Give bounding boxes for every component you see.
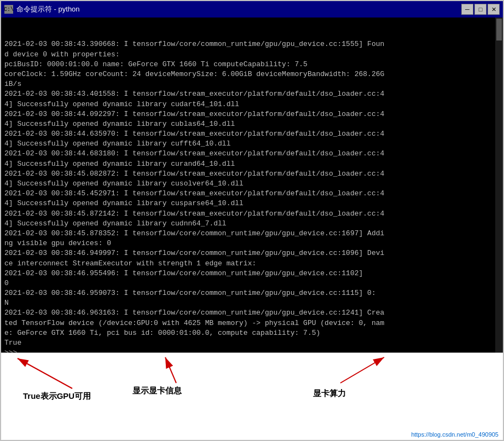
console-line: 2021-02-03 00:38:45.878352: I tensorflow… [4, 229, 500, 239]
console-line: e: GeForce GTX 1660 Ti, pci bus id: 0000… [4, 328, 500, 338]
console-line: iB/s [4, 79, 500, 89]
console-line: 2021-02-03 00:38:45.452971: I tensorflow… [4, 189, 500, 199]
console-output: 2021-02-03 00:38:43.390668: I tensorflow… [1, 18, 503, 352]
console-line: pciBusID: 0000:01:00.0 name: GeForce GTX… [4, 60, 500, 69]
maximize-button[interactable]: □ [474, 4, 486, 15]
console-text: 2021-02-03 00:38:43.390668: I tensorflow… [4, 39, 500, 352]
main-window: C:\ 命令提示符 - python ─ □ ✕ 2021-02-03 00:3… [0, 0, 504, 441]
svg-line-1 [18, 358, 72, 388]
close-button[interactable]: ✕ [488, 4, 500, 15]
console-line: 4] Successfully opened dynamic library c… [4, 100, 500, 109]
minimize-button[interactable]: ─ [461, 4, 473, 15]
console-line: coreClock: 1.59GHz coreCount: 24 deviceM… [4, 69, 500, 79]
console-line: 4] Successfully opened dynamic library c… [4, 119, 500, 129]
title-bar: C:\ 命令提示符 - python ─ □ ✕ [1, 1, 503, 18]
annotation-label-3: 显卡算力 [313, 388, 346, 399]
console-line: d device 0 with properties: [4, 50, 500, 60]
svg-line-2 [165, 357, 176, 383]
console-line: 0 [4, 278, 500, 288]
console-line: 2021-02-03 00:38:44.683180: I tensorflow… [4, 149, 500, 159]
console-line: 2021-02-03 00:38:46.959073: I tensorflow… [4, 288, 500, 298]
title-buttons: ─ □ ✕ [461, 4, 500, 15]
console-line: 2021-02-03 00:38:46.949997: I tensorflow… [4, 248, 500, 258]
console-line: 2021-02-03 00:38:44.635970: I tensorflow… [4, 129, 500, 139]
watermark: https://blog.csdn.net/m0_490905 [411, 431, 499, 438]
console-line: 2021-02-03 00:38:45.082872: I tensorflow… [4, 169, 500, 179]
console-line: 4] Successfully opened dynamic library c… [4, 219, 500, 229]
console-line: ted TensorFlow device (/device:GPU:0 wit… [4, 318, 500, 328]
console-line: 4] Successfully opened dynamic library c… [4, 139, 500, 149]
svg-line-3 [340, 357, 384, 383]
window-title: 命令提示符 - python [16, 4, 80, 14]
console-line: 4] Successfully opened dynamic library c… [4, 179, 500, 189]
console-line: 2021-02-03 00:38:46.963163: I tensorflow… [4, 308, 500, 318]
console-line: 2021-02-03 00:38:43.390668: I tensorflow… [4, 39, 500, 49]
annotation-area: True表示GPU可用 显示显卡信息 显卡算力 https://blog.csd… [1, 352, 503, 440]
window-icon: C:\ [4, 5, 13, 14]
console-line: 4] Successfully opened dynamic library c… [4, 199, 500, 208]
scrollbar-thumb[interactable] [496, 19, 502, 40]
annotation-label-2: 显示显卡信息 [132, 386, 182, 396]
console-line: >>> [4, 348, 500, 352]
annotation-label-1: True表示GPU可用 [23, 391, 91, 402]
console-line: ng visible gpu devices: 0 [4, 239, 500, 248]
console-line: 4] Successfully opened dynamic library c… [4, 159, 500, 169]
console-line: ce interconnect StreamExecutor with stre… [4, 259, 500, 269]
console-line: True [4, 338, 500, 348]
console-line: 2021-02-03 00:38:44.092297: I tensorflow… [4, 109, 500, 119]
annotation-content: True表示GPU可用 显示显卡信息 显卡算力 https://blog.csd… [1, 353, 503, 440]
title-bar-left: C:\ 命令提示符 - python [4, 4, 80, 14]
console-line: 2021-02-03 00:38:45.872142: I tensorflow… [4, 209, 500, 219]
console-line: N [4, 298, 500, 308]
scrollbar[interactable] [495, 18, 503, 352]
console-line: 2021-02-03 00:38:46.955496: I tensorflow… [4, 269, 500, 278]
console-line: 2021-02-03 00:38:43.401558: I tensorflow… [4, 89, 500, 99]
